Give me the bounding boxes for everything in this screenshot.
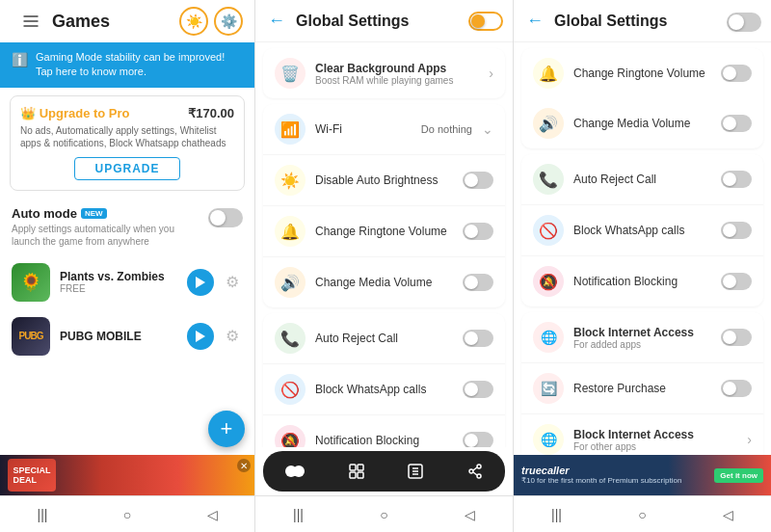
brightness-toggle[interactable]	[463, 172, 493, 189]
new-badge: NEW	[81, 208, 107, 219]
svg-rect-8	[358, 465, 363, 470]
nav-home-button[interactable]: ○	[108, 500, 146, 529]
back-arrow-2[interactable]: ←	[265, 11, 288, 31]
clear-bg-icon: 🗑️	[275, 58, 306, 89]
auto-mode-toggle[interactable]	[208, 208, 243, 227]
back-arrow-3[interactable]: ←	[523, 11, 546, 31]
nav-home-button-2[interactable]: ○	[365, 500, 404, 529]
media-volume-toggle[interactable]	[463, 274, 493, 291]
global-settings-toggle-3[interactable]	[727, 13, 761, 32]
truecaller-ad-content: truecaller ₹10 for the first month of Pr…	[521, 465, 708, 486]
global-settings-toggle-2[interactable]	[468, 12, 503, 31]
restore-purchase-toggle[interactable]	[721, 380, 752, 397]
panel-games: Games ☀️ ⚙️ ℹ️ Gaming Mode stability can…	[0, 0, 255, 532]
action-grid-button[interactable]	[341, 460, 372, 483]
panel2-header: ← Global Settings	[255, 0, 513, 42]
settings-item-block-whatsapp-3: 🚫 Block WhatsApp calls	[521, 205, 763, 256]
settings-item-wifi[interactable]: 📶 Wi-Fi Do nothing ⌄	[263, 104, 505, 155]
play-button-pubg[interactable]	[187, 323, 214, 350]
block-whatsapp-label-3: Block WhatsApp calls	[573, 224, 711, 237]
notification-blocking-toggle-3[interactable]	[721, 273, 752, 290]
action-square-button[interactable]	[400, 460, 431, 483]
ringtone-toggle[interactable]	[463, 223, 493, 240]
upgrade-button[interactable]: UPGRADE	[74, 157, 179, 180]
notification-blocking-label: Notification Blocking	[315, 434, 453, 447]
settings-item-clear-bg[interactable]: 🗑️ Clear Background Apps Boost RAM while…	[263, 48, 505, 98]
game-item-pubg: PUBG PUBG MOBILE ⚙	[0, 309, 254, 363]
auto-mode-label: Auto mode NEW	[12, 206, 200, 221]
nav-menu-button-2[interactable]: |||	[279, 500, 318, 529]
notification-blocking-label-3: Notification Blocking	[573, 275, 711, 288]
settings-item-block-internet-other[interactable]: 🌐 Block Internet Access For other apps ›	[521, 414, 763, 455]
settings-label-clear-bg: Clear Background Apps Boost RAM while pl…	[315, 62, 479, 86]
brightness-label: Disable Auto Brightness	[315, 173, 453, 187]
settings-item-notification-blocking-3: 🔕 Notification Blocking	[521, 256, 763, 306]
truecaller-logo: truecaller	[521, 465, 708, 476]
hamburger-icon[interactable]	[17, 8, 44, 35]
ringtone-icon-3: 🔔	[533, 58, 564, 89]
ad-close-button[interactable]: ✕	[237, 459, 251, 472]
svg-point-15	[477, 465, 481, 468]
game-info-pubg: PUBG MOBILE	[60, 330, 177, 343]
nav-back-button[interactable]: ◁	[193, 500, 231, 529]
panel3-scroll: 🔔 Change Ringtone Volume 🔊 Change Media …	[514, 42, 771, 455]
ringtone-label: Change Ringtone Volume	[315, 225, 453, 238]
settings-button-pubg[interactable]: ⚙	[222, 326, 243, 347]
clear-bg-sublabel: Boost RAM while playing games	[315, 75, 479, 86]
notification-blocking-toggle[interactable]	[463, 432, 493, 447]
action-circles-button[interactable]	[278, 461, 312, 482]
svg-marker-3	[196, 277, 205, 288]
settings-item-block-internet-added: 🌐 Block Internet Access For added apps	[521, 312, 763, 363]
game-icon-pvz: 🌻	[12, 263, 50, 302]
auto-mode-text: Auto mode NEW Apply settings automatical…	[12, 206, 200, 248]
media-toggle-3[interactable]	[721, 115, 752, 132]
chevron-internet-other: ›	[747, 432, 752, 447]
auto-reject-icon: 📞	[275, 323, 306, 354]
svg-point-17	[477, 474, 481, 478]
nav-back-button-3[interactable]: ◁	[709, 500, 748, 529]
wifi-label: Wi-Fi	[315, 122, 412, 136]
auto-reject-toggle-3[interactable]	[721, 171, 752, 188]
panel-global-settings-3: ← Global Settings 🔔 Change Ringtone Volu…	[514, 0, 771, 532]
nav-back-button-2[interactable]: ◁	[451, 500, 490, 529]
settings-item-ringtone-3: 🔔 Change Ringtone Volume	[521, 48, 763, 98]
game-item-pvz: 🌻 Plants vs. Zombies FREE ⚙	[0, 255, 254, 309]
nav-menu-button[interactable]: |||	[23, 500, 62, 529]
truecaller-cta-button[interactable]: Get it now	[714, 468, 763, 483]
auto-reject-toggle[interactable]	[463, 330, 493, 347]
block-internet-added-toggle[interactable]	[721, 329, 752, 346]
fab-add-button[interactable]: +	[208, 411, 245, 447]
block-internet-other-text: Block Internet Access For other apps	[573, 428, 737, 452]
brightness-icon: ☀️	[275, 165, 306, 196]
action-share-button[interactable]	[460, 460, 491, 483]
play-button-pvz[interactable]	[187, 269, 214, 296]
block-whatsapp-toggle-3[interactable]	[721, 222, 752, 239]
block-internet-other-label: Block Internet Access	[573, 428, 737, 441]
nav-menu-button-3[interactable]: |||	[538, 500, 576, 529]
auto-mode-desc: Apply settings automatically when you la…	[12, 223, 200, 248]
settings-group-internet: 🌐 Block Internet Access For added apps 🔄…	[521, 312, 763, 455]
auto-reject-label: Auto Reject Call	[315, 332, 453, 345]
action-bar-2	[263, 451, 505, 492]
notification-blocking-icon: 🔕	[275, 425, 306, 447]
notification-blocking-icon-3: 🔕	[533, 266, 564, 297]
settings-item-media: 🔊 Change Media Volume	[263, 257, 505, 307]
svg-point-6	[293, 466, 305, 477]
upgrade-box: 👑 Upgrade to Pro ₹170.00 No ads, Automat…	[10, 95, 245, 191]
settings-button-pvz[interactable]: ⚙	[222, 272, 243, 293]
auto-reject-label-3: Auto Reject Call	[573, 173, 711, 186]
game-actions-pvz: ⚙	[187, 269, 243, 296]
sun-icon-button[interactable]: ☀️	[179, 7, 208, 36]
nav-home-button-3[interactable]: ○	[624, 500, 662, 529]
clear-bg-label: Clear Background Apps	[315, 62, 479, 75]
settings-item-auto-reject: 📞 Auto Reject Call	[263, 313, 505, 364]
settings-item-restore-purchase: 🔄 Restore Purchase	[521, 363, 763, 414]
gear-icon-button[interactable]: ⚙️	[214, 7, 243, 36]
block-whatsapp-toggle[interactable]	[463, 381, 493, 398]
settings-group-calls-3: 📞 Auto Reject Call 🚫 Block WhatsApp call…	[521, 154, 763, 306]
info-banner[interactable]: ℹ️ Gaming Mode stability can be improved…	[0, 42, 254, 88]
wifi-value: Do nothing	[421, 123, 472, 135]
ringtone-toggle-3[interactable]	[721, 65, 752, 82]
block-internet-other-sublabel: For other apps	[573, 441, 737, 452]
settings-group-top-partial: 🔔 Change Ringtone Volume 🔊 Change Media …	[521, 48, 763, 148]
